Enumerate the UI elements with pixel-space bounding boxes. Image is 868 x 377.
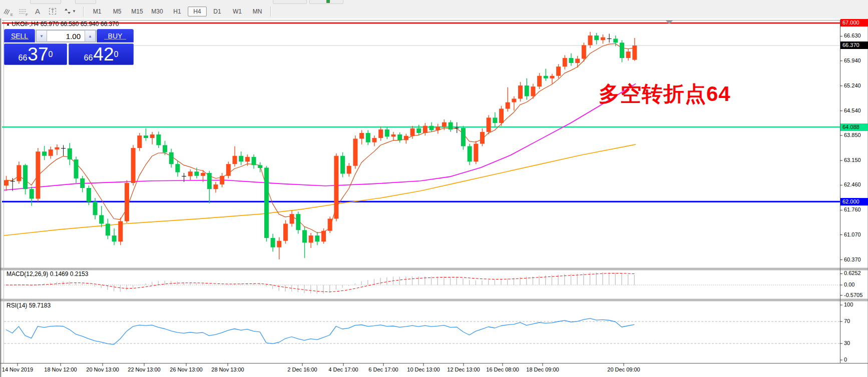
price-level-badge: 67.000 [840, 19, 868, 26]
time-axis-label: 2 Dec 16:00 [287, 366, 317, 372]
buy-button-label: BUY [108, 32, 123, 40]
price-level-badge: 64.088 [840, 124, 868, 131]
price-axis-tick: 64.540 [844, 108, 861, 114]
one-click-trading-panel: SELL ▼ ▲ BUY 66 37 0 66 42 0 [4, 29, 134, 65]
price-axis-tick: 65.240 [844, 82, 861, 88]
volume-decrease-button[interactable]: ▼ [36, 30, 47, 42]
sell-button-label: SELL [11, 32, 28, 40]
bid-price-big: 37 [28, 46, 48, 63]
collapse-triangle-icon[interactable]: ▲ [6, 22, 10, 26]
price-level-badge: 62.000 [840, 198, 868, 206]
time-axis-label: 20 Dec 09:00 [607, 366, 640, 372]
bid-price-small: 66 [19, 53, 28, 63]
time-axis-label: 10 Dec 13:00 [407, 366, 440, 372]
price-axis-tick: 63.850 [844, 132, 861, 138]
price-axis-tick: 65.940 [844, 58, 861, 64]
price-axis-tick: 63.150 [844, 157, 861, 163]
time-axis-label: 20 Nov 13:00 [86, 366, 119, 372]
chart-title: ▲ UKOil-,H4 65.970 66.580 65.940 66.370 [6, 20, 119, 28]
ask-price-small: 66 [84, 53, 93, 63]
volume-increase-button[interactable]: ▲ [85, 30, 96, 42]
price-axis-tick: 60.370 [844, 256, 861, 262]
chart-title-symbol: UKOil-,H4 [12, 20, 39, 28]
macd-label: MACD(12,26,9) 0.1469 0.2153 [7, 270, 88, 278]
chart-annotation-text: 多空转折点64 [599, 80, 749, 108]
spin-up-icon: ▲ [88, 34, 92, 38]
metatrader-window: { "window": { "title_symbol": "UKOil-,H4… [0, 0, 868, 377]
macd-axis-tick: 0.00 [844, 282, 854, 288]
volume-stepper: ▼ ▲ [36, 30, 96, 42]
time-axis-label: 12 Dec 13:00 [447, 366, 480, 372]
time-axis-label: 18 Nov 12:00 [44, 366, 77, 372]
ask-price-big: 42 [93, 46, 114, 63]
price-axis-tick: 62.460 [844, 182, 861, 188]
trade-panel-top-row: SELL ▼ ▲ BUY [4, 29, 134, 43]
time-axis-label: 26 Nov 13:00 [170, 366, 202, 372]
price-axis-tick: 61.760 [844, 206, 861, 212]
time-axis-label: 16 Dec 08:00 [486, 366, 519, 372]
buy-price-button[interactable]: 66 42 0 [69, 44, 134, 65]
macd-axis-tick: 0.6252 [844, 270, 861, 276]
spin-down-icon: ▼ [40, 34, 44, 38]
price-axis-tick: 66.630 [844, 32, 861, 38]
time-axis-label: 6 Dec 17:00 [368, 366, 398, 372]
time-axis-label: 14 Nov 2019 [2, 366, 33, 372]
rsi-axis-tick: 70 [844, 318, 850, 324]
bid-price-sup: 0 [49, 44, 53, 65]
sell-button[interactable]: SELL [4, 29, 35, 42]
sell-price-button[interactable]: 66 37 0 [4, 44, 67, 65]
chart-title-ohlc: 65.970 66.580 65.940 66.370 [41, 20, 119, 28]
macd-axis-tick: -0.5705 [844, 292, 862, 298]
price-level-badge: 66.370 [840, 42, 868, 49]
time-axis-label: 4 Dec 17:00 [328, 366, 358, 372]
rsi-axis-tick: 0 [844, 356, 847, 362]
ask-price-sup: 0 [114, 44, 119, 65]
time-axis-label: 28 Nov 13:00 [211, 366, 244, 372]
time-axis-label: 22 Nov 13:00 [128, 366, 160, 372]
price-axis-tick: 61.070 [844, 232, 861, 238]
buy-button[interactable]: BUY [97, 29, 134, 42]
rsi-axis-tick: 30 [844, 340, 850, 346]
rsi-label: RSI(14) 59.7183 [7, 302, 51, 309]
rsi-axis-tick: 100 [844, 302, 853, 308]
volume-input[interactable] [47, 30, 85, 42]
time-axis-label: 18 Dec 09:00 [526, 366, 559, 372]
